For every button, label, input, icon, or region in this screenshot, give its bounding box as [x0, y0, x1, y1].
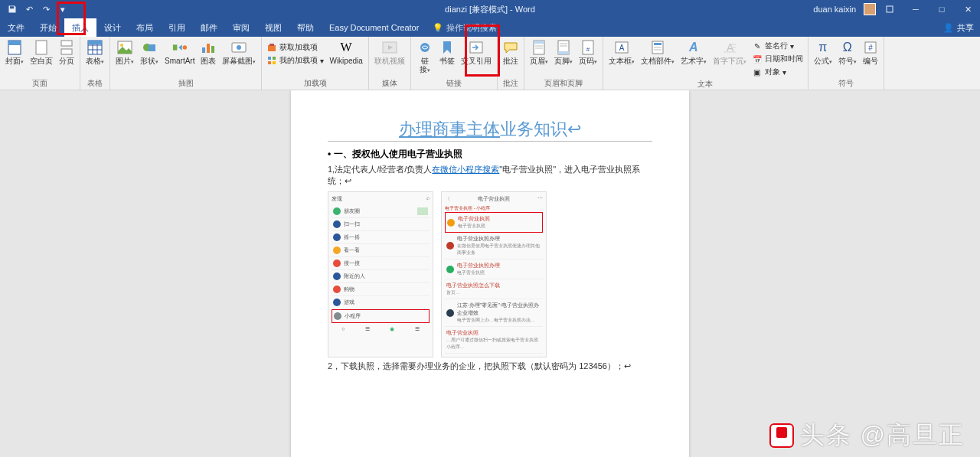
share-button[interactable]: 👤共享	[943, 22, 974, 34]
tell-me-search[interactable]: 💡操作说明搜索	[426, 22, 503, 34]
references-tab[interactable]: 引用	[161, 18, 193, 37]
link-button[interactable]: 链接	[414, 38, 436, 76]
shapes-button[interactable]: 形状	[138, 38, 161, 67]
svg-rect-24	[270, 44, 274, 46]
screenshot-row: 发现⌕ 朋友圈 扫一扫 摇一摇 看一看 搜一搜 附近的人 购物 游戏 小程序 ○…	[328, 191, 652, 357]
group-addins: 获取加载项 我的加载项 ▾ WWikipedia 加载项	[262, 37, 368, 90]
qat-customize[interactable]: ▾	[55, 2, 70, 17]
share-icon: 👤	[943, 23, 954, 33]
pictures-button[interactable]: 图片	[113, 38, 136, 67]
save-button[interactable]	[5, 2, 20, 17]
view-tab[interactable]: 视图	[257, 18, 289, 37]
svg-rect-2	[8, 41, 21, 45]
review-tab[interactable]: 审阅	[225, 18, 257, 37]
crossref-button[interactable]: 交叉引用	[459, 38, 494, 67]
my-addins-button[interactable]: 我的加载项 ▾	[265, 54, 325, 67]
ribbon-options-button[interactable]	[877, 2, 902, 17]
page-number-button[interactable]: #页码	[577, 38, 599, 67]
comment-button[interactable]: 批注	[501, 38, 521, 67]
svg-text:#: #	[868, 44, 873, 52]
chart-button[interactable]: 图表	[198, 38, 218, 67]
undo-button[interactable]: ↶	[21, 2, 37, 17]
edc-tab[interactable]: Easy Document Creator	[322, 18, 426, 37]
dropcap-button[interactable]: A首字下沉	[710, 38, 749, 67]
wordart-button[interactable]: A艺术字	[678, 38, 709, 67]
bookmark-button[interactable]: 书签	[437, 38, 457, 67]
home-tab[interactable]: 开始	[32, 18, 64, 37]
svg-rect-5	[61, 49, 72, 54]
svg-rect-28	[273, 61, 276, 64]
group-tables: 表格 表格	[80, 37, 110, 90]
wikipedia-button[interactable]: WWikipedia	[327, 38, 364, 67]
shapes-icon	[142, 40, 157, 55]
equation-button[interactable]: π公式	[812, 38, 835, 67]
layout-tab[interactable]: 布局	[129, 18, 161, 37]
file-tab[interactable]: 文件	[0, 18, 32, 37]
mailings-tab[interactable]: 邮件	[193, 18, 225, 37]
insert-tab[interactable]: 插入	[64, 18, 96, 37]
date-time-button[interactable]: 📅日期和时间	[750, 53, 805, 65]
ribbon: 封面 空白页 分页 页面 表格 表格 图片 形状 SmartArt 图表 屏幕截…	[0, 37, 980, 90]
online-video-button[interactable]: 联机视频	[372, 38, 407, 67]
smartart-button[interactable]: SmartArt	[162, 38, 197, 67]
help-tab[interactable]: 帮助	[289, 18, 322, 37]
comment-icon	[503, 40, 518, 55]
addins-icon	[266, 55, 277, 66]
svg-point-17	[182, 45, 186, 49]
page-number-icon: #	[580, 40, 596, 55]
group-media: 联机视频 媒体	[369, 37, 411, 90]
object-button[interactable]: ▣对象 ▾	[750, 66, 805, 78]
number-button[interactable]: #编号	[861, 38, 880, 67]
footer-button[interactable]: 页脚	[552, 38, 575, 67]
svg-rect-27	[268, 61, 271, 64]
body-line-1: 1,法定代表人/经营者/负责人在微信小程序搜索"电子营业执照"，进入电子营业执照…	[328, 164, 652, 187]
blank-page-button[interactable]: 空白页	[28, 38, 55, 67]
svg-rect-25	[268, 57, 271, 60]
get-addins-button[interactable]: 获取加载项	[265, 41, 325, 54]
header-button[interactable]: 页眉	[528, 38, 550, 67]
svg-rect-19	[207, 44, 210, 53]
symbol-button[interactable]: Ω符号	[836, 38, 859, 67]
svg-rect-15	[149, 44, 155, 51]
bookmark-icon	[439, 40, 455, 55]
watermark: 头条 @高旦正	[769, 419, 965, 452]
textbox-button[interactable]: A文本框	[606, 38, 637, 67]
document-page: 办理商事主体业务知识↩ • 一、授权他人使用电子营业执照 1,法定代表人/经营者…	[291, 90, 689, 457]
screenshot-button[interactable]: 屏幕截图	[220, 38, 258, 67]
signature-icon: ✎	[752, 41, 763, 51]
signature-line-button[interactable]: ✎签名行 ▾	[750, 40, 805, 52]
screenshot-icon	[231, 40, 247, 55]
pictures-icon	[117, 40, 132, 55]
svg-rect-16	[173, 44, 177, 50]
toutiao-logo-icon	[769, 423, 794, 448]
crossref-icon	[469, 40, 484, 55]
close-button[interactable]: ✕	[956, 2, 980, 17]
lightbulb-icon: 💡	[433, 23, 443, 33]
table-button[interactable]: 表格	[83, 38, 106, 67]
minimize-button[interactable]: ─	[903, 2, 928, 17]
cover-page-button[interactable]: 封面	[3, 38, 26, 67]
quickparts-icon	[650, 40, 665, 55]
quick-access-toolbar: ↶ ↷ ▾	[5, 2, 70, 17]
svg-rect-45	[654, 43, 662, 45]
page-break-button[interactable]: 分页	[57, 38, 77, 67]
group-header-footer: 页眉 页脚 #页码 页眉和页脚	[524, 37, 603, 90]
svg-rect-0	[887, 6, 893, 12]
design-tab[interactable]: 设计	[96, 18, 129, 37]
ribbon-tabs: 文件 开始 插入 设计 布局 引用 邮件 审阅 视图 帮助 Easy Docum…	[0, 18, 980, 37]
maximize-button[interactable]: □	[929, 2, 954, 17]
svg-rect-4	[61, 41, 72, 46]
blank-page-icon	[34, 40, 49, 55]
group-text: A文本框 文档部件 A艺术字 A首字下沉 ✎签名行 ▾ 📅日期和时间 ▣对象 ▾…	[603, 37, 808, 90]
svg-rect-33	[534, 41, 544, 44]
video-icon	[382, 40, 397, 55]
equation-icon: π	[815, 40, 831, 55]
svg-rect-23	[268, 45, 276, 51]
wordart-icon: A	[686, 40, 701, 55]
avatar[interactable]	[864, 3, 876, 15]
group-illustrations: 图片 形状 SmartArt 图表 屏幕截图 插图	[110, 37, 262, 90]
document-area[interactable]: 办理商事主体业务知识↩ • 一、授权他人使用电子营业执照 1,法定代表人/经营者…	[0, 90, 980, 457]
object-icon: ▣	[752, 67, 763, 77]
redo-button[interactable]: ↷	[38, 2, 54, 17]
quickparts-button[interactable]: 文档部件	[639, 38, 677, 67]
